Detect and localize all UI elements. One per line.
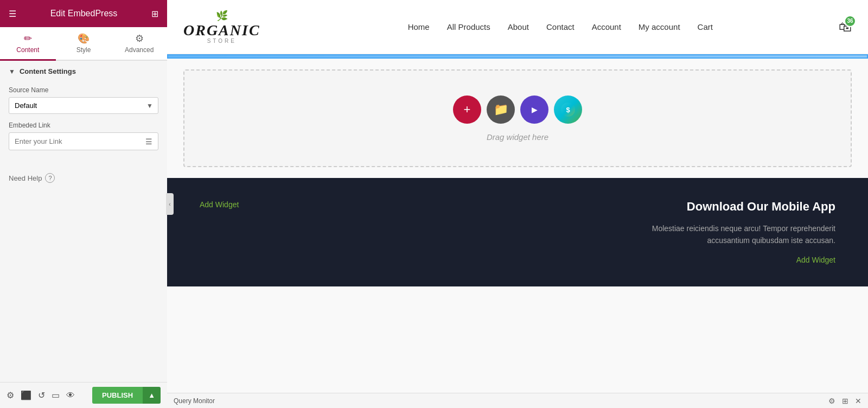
embed-link-label: Embeded Link <box>9 122 158 129</box>
sidebar-content: ▼ Content Settings Source Name Default C… <box>0 61 167 382</box>
tab-content[interactable]: ✏ Content <box>0 27 56 61</box>
content-tab-label: Content <box>16 46 39 54</box>
source-name-dropdown-wrapper: Default Custom ▼ <box>9 97 158 114</box>
nav-cart[interactable]: Cart <box>698 22 713 31</box>
query-monitor-label[interactable]: Query Monitor <box>174 397 215 405</box>
highlight-bar <box>167 54 868 59</box>
embed-link-row: Embeded Link ☰ <box>9 122 158 150</box>
nav-my-account[interactable]: My account <box>639 22 680 31</box>
footer-right: Download Our Mobile App Molestiae reicie… <box>640 200 835 265</box>
style-tab-icon: 🎨 <box>78 33 90 44</box>
content-settings-toggle[interactable]: ▼ Content Settings <box>0 61 167 82</box>
sidebar-header: ☰ Edit EmbedPress ⊞ <box>0 0 167 27</box>
need-help-section: Need Help ? <box>0 167 167 189</box>
qm-expand-icon[interactable]: ⊞ <box>842 397 848 405</box>
scribd-widget-button[interactable]: $ <box>554 95 582 124</box>
nav-home[interactable]: Home <box>408 22 430 31</box>
publish-section: PUBLISH ▲ <box>92 387 161 404</box>
publish-button[interactable]: PUBLISH <box>92 387 143 404</box>
source-name-row: Source Name Default Custom ▼ <box>9 86 158 114</box>
add-widget-right[interactable]: Add Widget <box>796 256 835 264</box>
drag-widget-text: Drag widget here <box>487 132 548 142</box>
collapse-handle[interactable]: ‹ <box>166 193 174 215</box>
sidebar-title: Edit EmbedPress <box>50 9 118 18</box>
menu-icon[interactable]: ☰ <box>9 9 16 19</box>
nav-links: Home All Products About Contact Account … <box>282 22 839 31</box>
logo-leaf-icon: 🌿 <box>216 10 228 22</box>
svg-text:$: $ <box>566 106 570 114</box>
bottom-icons: ⚙ ⬛ ↺ ▭ 👁 <box>7 390 75 400</box>
qm-settings-icon[interactable]: ⚙ <box>828 397 835 405</box>
advanced-tab-label: Advanced <box>125 46 154 54</box>
need-help-label: Need Help <box>9 174 42 182</box>
sidebar: ☰ Edit EmbedPress ⊞ ✏ Content 🎨 Style ⚙ … <box>0 0 167 408</box>
source-name-select[interactable]: Default Custom <box>9 97 158 114</box>
cart-wrapper[interactable]: 🛍 36 <box>839 20 852 35</box>
responsive-icon[interactable]: ▭ <box>52 390 60 400</box>
footer-area: Add Widget Download Our Mobile App Moles… <box>167 178 868 286</box>
widget-buttons: + 📁 ▶ <box>453 95 582 124</box>
cart-badge: 36 <box>844 15 856 27</box>
arrow-icon: ▼ <box>9 68 15 75</box>
logo-sub: Store <box>207 38 237 44</box>
content-tab-icon: ✏ <box>24 33 32 44</box>
source-name-label: Source Name <box>9 86 158 94</box>
embed-link-wrapper: ☰ <box>9 132 158 150</box>
embed-widget-button[interactable]: ▶ <box>520 95 548 124</box>
grid-icon[interactable]: ⊞ <box>151 9 158 19</box>
eye-icon[interactable]: 👁 <box>66 391 75 400</box>
page-content: + 📁 ▶ <box>167 54 868 393</box>
advanced-tab-icon: ⚙ <box>135 33 144 44</box>
tab-style[interactable]: 🎨 Style <box>56 27 112 61</box>
sidebar-bottom: ⚙ ⬛ ↺ ▭ 👁 PUBLISH ▲ <box>0 382 167 408</box>
help-icon[interactable]: ? <box>45 173 55 183</box>
main-area: 🌿 Organic Store Home All Products About … <box>167 0 868 408</box>
tab-advanced[interactable]: ⚙ Advanced <box>111 27 167 61</box>
add-widget-button[interactable]: + <box>453 95 481 124</box>
nav-contact[interactable]: Contact <box>546 22 575 31</box>
add-widget-left[interactable]: Add Widget <box>200 200 239 209</box>
qm-close-icon[interactable]: ✕ <box>855 397 861 405</box>
footer-description: Molestiae reiciendis neque arcu! Tempor … <box>640 222 835 247</box>
content-settings-label: Content Settings <box>20 67 76 75</box>
svg-text:▶: ▶ <box>532 105 538 114</box>
layers-icon[interactable]: ⬛ <box>21 390 31 400</box>
logo-text: Organic <box>183 22 260 39</box>
query-monitor-bar: Query Monitor ⚙ ⊞ ✕ <box>167 393 868 408</box>
widget-drop-zone: + 📁 ▶ <box>183 69 852 167</box>
nav-all-products[interactable]: All Products <box>447 22 490 31</box>
logo: 🌿 Organic Store <box>183 10 260 44</box>
folder-widget-button[interactable]: 📁 <box>487 95 515 124</box>
settings-icon[interactable]: ⚙ <box>7 390 14 400</box>
form-section: Source Name Default Custom ▼ Embeded Lin… <box>0 82 167 167</box>
style-tab-label: Style <box>76 46 91 54</box>
nav-account[interactable]: Account <box>592 22 621 31</box>
sidebar-tabs: ✏ Content 🎨 Style ⚙ Advanced <box>0 27 167 61</box>
history-icon[interactable]: ↺ <box>38 390 45 400</box>
publish-dropdown-button[interactable]: ▲ <box>143 387 161 404</box>
footer-left: Add Widget <box>200 200 239 209</box>
embed-link-input[interactable] <box>9 133 140 150</box>
qm-right: ⚙ ⊞ ✕ <box>828 397 861 405</box>
footer-title: Download Our Mobile App <box>640 200 835 214</box>
nav-about[interactable]: About <box>508 22 529 31</box>
embed-link-menu-icon[interactable]: ☰ <box>140 137 158 146</box>
nav-bar: 🌿 Organic Store Home All Products About … <box>167 0 868 54</box>
